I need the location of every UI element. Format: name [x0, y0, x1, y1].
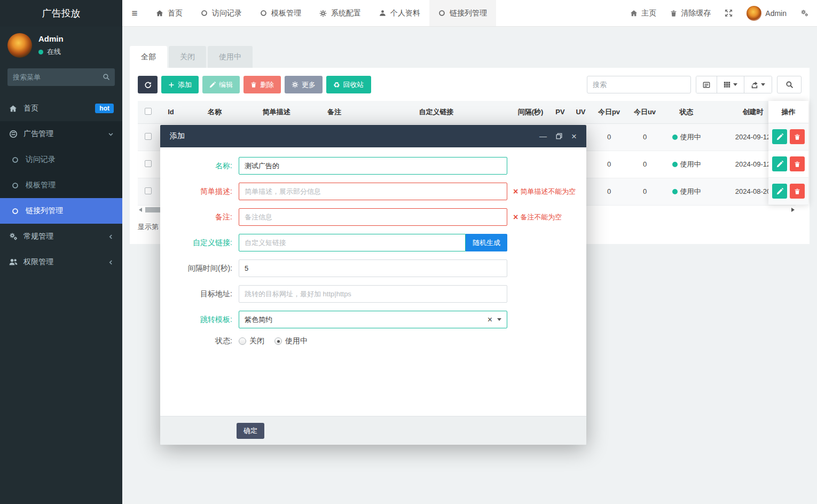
table-search-input[interactable]	[587, 76, 691, 93]
tab-home[interactable]: 首页	[147, 0, 192, 26]
circle-icon	[260, 10, 267, 17]
trash-icon	[670, 10, 677, 17]
search-icon	[103, 73, 110, 81]
search-toggle-button[interactable]	[777, 76, 802, 93]
pencil-icon	[776, 161, 783, 168]
view-buttons	[696, 76, 772, 93]
detail-view-button[interactable]	[696, 76, 717, 93]
home-icon	[630, 10, 638, 17]
close-icon[interactable]: ×	[571, 132, 577, 141]
clear-selection-icon[interactable]: ×	[488, 316, 492, 324]
homepage-link[interactable]: 主页	[630, 9, 656, 18]
interval-field[interactable]	[239, 259, 507, 277]
app-title: 广告投放	[0, 0, 122, 27]
tab-label: 个人资料	[390, 9, 420, 18]
sidebar-item-general-management[interactable]: 常规管理	[0, 224, 122, 249]
sidebar-item-label: 链接列管理	[26, 206, 63, 216]
clear-cache-label: 清除缓存	[681, 9, 711, 18]
plus-icon	[168, 82, 175, 88]
refresh-button[interactable]	[138, 76, 158, 93]
fullscreen-button[interactable]	[725, 9, 733, 17]
filter-tabs: 全部 关闭 使用中	[130, 46, 810, 68]
sidebar-item-home[interactable]: 首页 hot	[0, 96, 122, 121]
tab-link-management[interactable]: 链接列管理	[429, 0, 496, 26]
description-error: ×简单描述不能为空	[513, 187, 576, 196]
remark-field[interactable]	[239, 208, 507, 226]
filter-tab-in-use[interactable]: 使用中	[208, 46, 253, 68]
sidebar-search-input[interactable]	[7, 68, 115, 86]
description-field[interactable]	[239, 183, 507, 200]
custom-link-field[interactable]	[239, 234, 466, 251]
row-checkbox[interactable]	[145, 187, 152, 194]
tab-visit-records[interactable]: 访问记录	[192, 0, 251, 26]
trash-icon	[794, 161, 800, 168]
sidebar-item-ad-management[interactable]: 广告管理	[0, 121, 122, 147]
row-checkbox[interactable]	[145, 133, 152, 140]
user-icon	[379, 10, 386, 17]
column-header: 状态	[663, 101, 710, 123]
chevron-down-icon	[108, 131, 114, 137]
app-root: 广告投放 Admin 在线 首页 hot 广告管理	[0, 0, 817, 504]
tab-label: 首页	[168, 9, 183, 18]
gear-icon	[319, 10, 327, 17]
user-menu[interactable]: Admin	[747, 6, 787, 21]
filter-tab-all[interactable]: 全部	[130, 46, 167, 68]
scroll-left-arrow[interactable]	[139, 208, 142, 212]
row-checkbox[interactable]	[145, 160, 152, 167]
tab-label: 链接列管理	[450, 9, 487, 18]
sidebar-item-link-management[interactable]: 链接列管理	[0, 198, 122, 224]
circle-icon	[201, 10, 208, 17]
add-button[interactable]: 添加	[161, 76, 199, 93]
minimize-icon[interactable]: —	[539, 132, 547, 140]
tab-label: 访问记录	[212, 9, 242, 18]
filter-tab-closed[interactable]: 关闭	[169, 46, 206, 68]
select-all-checkbox[interactable]	[145, 108, 152, 115]
clear-cache-button[interactable]: 清除缓存	[670, 9, 711, 18]
row-edit-button[interactable]	[772, 129, 787, 144]
settings-button[interactable]	[800, 9, 808, 17]
columns-button[interactable]	[717, 76, 744, 93]
sidebar-item-permission-management[interactable]: 权限管理	[0, 249, 122, 275]
sidebar-item-label: 首页	[23, 104, 38, 113]
row-edit-button[interactable]	[772, 184, 787, 199]
dialog-header[interactable]: 添加 — ×	[160, 125, 586, 147]
circle-icon	[11, 182, 20, 189]
target-url-field[interactable]	[239, 285, 507, 303]
user-menu-label: Admin	[765, 9, 787, 18]
sidebar-item-visit-records[interactable]: 访问记录	[0, 147, 122, 172]
row-edit-button[interactable]	[772, 156, 787, 171]
sidebar-item-template-management[interactable]: 模板管理	[0, 172, 122, 198]
row-delete-button[interactable]	[790, 156, 805, 171]
sidebar-menu: 首页 hot 广告管理 访问记录 模板管理	[0, 96, 122, 275]
template-select[interactable]: 紫色简约 ×	[239, 311, 507, 328]
name-field[interactable]	[239, 157, 507, 175]
row-delete-button[interactable]	[790, 129, 805, 144]
row-delete-button[interactable]	[790, 184, 805, 199]
random-generate-button[interactable]: 随机生成	[466, 234, 507, 251]
export-button[interactable]	[744, 76, 772, 93]
scroll-right-arrow[interactable]	[791, 208, 795, 212]
online-status-dot	[38, 50, 43, 54]
more-button[interactable]: 更多	[285, 76, 323, 93]
tab-system-config[interactable]: 系统配置	[310, 0, 370, 26]
status-radio-in-use[interactable]: 使用中	[274, 336, 308, 346]
trash-icon	[250, 81, 257, 88]
menu-toggle-icon[interactable]: ≡	[122, 0, 147, 26]
circle-icon	[11, 208, 20, 215]
tab-profile[interactable]: 个人资料	[370, 0, 429, 26]
status-radio-closed[interactable]: 关闭	[239, 336, 264, 346]
home-icon	[156, 10, 163, 17]
target-url-label: 目标地址:	[160, 289, 239, 299]
edit-button[interactable]: 编辑	[202, 76, 240, 93]
circle-icon	[438, 10, 445, 17]
pencil-icon	[776, 188, 783, 195]
recycle-bin-button[interactable]: ♻ 回收站	[326, 76, 371, 93]
delete-button[interactable]: 删除	[243, 76, 281, 93]
home-icon	[9, 105, 18, 113]
tab-template-management[interactable]: 模板管理	[251, 0, 310, 26]
confirm-button[interactable]: 确定	[237, 423, 264, 439]
template-selected-value: 紫色简约	[245, 315, 272, 325]
columns-icon	[724, 81, 730, 88]
status-label: 状态:	[160, 336, 239, 346]
maximize-icon[interactable]	[556, 133, 562, 139]
